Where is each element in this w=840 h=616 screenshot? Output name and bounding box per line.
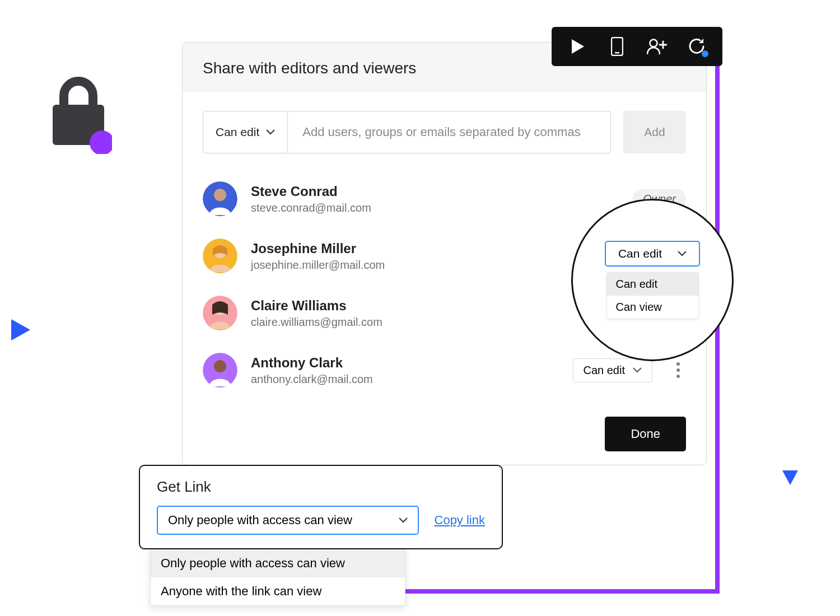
svg-point-6 [214,189,226,201]
play-icon[interactable] [563,32,591,60]
permission-options: Can edit Can view [606,272,699,319]
refresh-icon[interactable] [683,32,711,60]
avatar [203,181,237,216]
chevron-down-icon [399,517,408,523]
permission-dropdown-detail: Can edit Can edit Can view [571,199,734,361]
user-name: Steve Conrad [251,184,619,199]
add-people-input[interactable] [288,111,610,153]
svg-point-2 [650,40,657,47]
user-row: Anthony Clark anthony.clark@mail.com Can… [203,353,686,388]
copy-link-button[interactable]: Copy link [435,513,485,528]
avatar [203,239,237,273]
chevron-down-icon [266,129,275,135]
lock-icon [45,76,112,156]
more-options-button[interactable] [670,358,686,382]
permission-select[interactable]: Can edit [573,358,653,382]
user-name: Anthony Clark [251,355,559,371]
permission-option[interactable]: Can edit [607,273,698,296]
permission-selected: Can edit [618,247,662,260]
add-button[interactable]: Add [623,111,686,153]
permission-option[interactable]: Can view [607,296,698,319]
floating-toolbar [552,27,722,66]
svg-point-13 [214,360,226,372]
avatar [203,296,237,330]
user-email: anthony.clark@mail.com [251,373,559,386]
default-permission-label: Can edit [216,125,259,139]
permission-label: Can edit [584,364,626,377]
user-email: claire.williams@gmail.com [251,316,632,329]
done-button[interactable]: Done [605,417,686,451]
link-visibility-options: Only people with access can view Anyone … [150,549,405,606]
link-visibility-select[interactable]: Only people with access can view [157,506,419,535]
link-visibility-label: Only people with access can view [168,513,352,528]
link-visibility-option[interactable]: Anyone with the link can view [151,577,405,605]
svg-rect-1 [615,52,619,53]
chevron-down-icon [633,367,642,373]
avatar [203,353,237,388]
decorative-triangle-right [782,470,798,487]
user-email: steve.conrad@mail.com [251,202,619,214]
decorative-triangle-left [11,319,30,343]
get-link-title: Get Link [157,478,485,496]
chevron-down-icon [678,251,687,256]
link-visibility-option[interactable]: Only people with access can view [151,549,405,577]
add-user-icon[interactable] [643,32,671,60]
default-permission-select[interactable]: Can edit [203,111,288,153]
add-people-field: Can edit [203,111,611,153]
device-icon[interactable] [603,32,631,60]
get-link-panel: Get Link Only people with access can vie… [139,465,503,549]
permission-select-open[interactable]: Can edit [605,241,700,267]
